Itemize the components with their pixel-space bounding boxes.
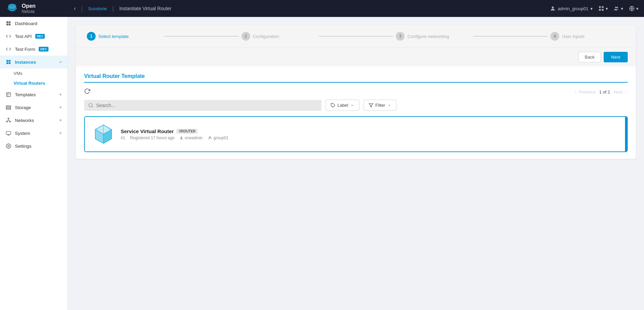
- svg-rect-18: [6, 92, 11, 97]
- storage-expand-icon: +: [59, 104, 62, 110]
- svg-point-2: [552, 6, 554, 8]
- users-chevron-icon: ▾: [621, 6, 623, 11]
- system-icon: [5, 130, 12, 136]
- search-input[interactable]: [96, 103, 317, 108]
- sidebar-item-vms[interactable]: VMs: [14, 68, 67, 78]
- system-label: System: [15, 131, 30, 136]
- step-3: 3 Configure networking: [396, 32, 470, 41]
- test-form-icon: [5, 46, 12, 52]
- test-api-label: Test API: [15, 34, 32, 39]
- svg-point-33: [8, 145, 9, 147]
- user-icon: [179, 136, 183, 140]
- sidebar-item-templates[interactable]: Templates +: [0, 88, 67, 101]
- templates-icon: [5, 91, 12, 98]
- apps-menu[interactable]: ▾: [598, 5, 608, 12]
- card-id: #1: [121, 136, 125, 140]
- topbar-divider: |: [81, 5, 83, 12]
- svg-line-35: [92, 106, 93, 107]
- sidebar-item-test-form[interactable]: Test Form DEV: [0, 43, 67, 56]
- label-button[interactable]: Label: [326, 100, 359, 111]
- sidebar-collapse-icon[interactable]: ‹: [74, 5, 76, 12]
- label-btn-text: Label: [337, 103, 348, 108]
- next-button[interactable]: Next: [604, 52, 628, 62]
- users-menu[interactable]: ▾: [613, 5, 623, 12]
- user-menu[interactable]: admin_group01 ▾: [550, 5, 593, 12]
- step-line-1: [164, 36, 239, 37]
- networks-expand-icon: +: [59, 117, 62, 123]
- dashboard-icon: [5, 20, 12, 26]
- page-title: Instantiate Virtual Router: [119, 6, 172, 11]
- sidebar-item-instances[interactable]: Instances –: [0, 56, 67, 68]
- group-icon: [208, 136, 212, 140]
- sidebar-sub-instances: VMs Virtual Routers: [0, 68, 67, 88]
- next-page-button[interactable]: Next: [613, 89, 628, 95]
- next-label: Next: [613, 89, 623, 95]
- svg-rect-17: [9, 62, 11, 64]
- step-4-circle: 4: [550, 32, 559, 41]
- card-info: Service Virtual Router VROUTER #1 Regist…: [121, 128, 620, 140]
- back-button[interactable]: Back: [578, 52, 601, 62]
- label-chevron-icon: [350, 103, 354, 107]
- layout: Dashboard Test API DEV Test Form DEV Ins…: [0, 17, 644, 310]
- app-name-line2: Nebula: [22, 9, 36, 14]
- sidebar-item-settings[interactable]: Settings: [0, 140, 67, 152]
- card-selected-indicator: [625, 117, 627, 151]
- svg-rect-15: [9, 60, 11, 62]
- step-line-2: [319, 36, 393, 37]
- username: admin_group01: [558, 6, 588, 11]
- filter-btn-text: Filter: [375, 103, 385, 108]
- sidebar-item-virtual-routers[interactable]: Virtual Routers: [14, 78, 67, 88]
- step-1-circle: 1: [87, 32, 96, 41]
- settings-icon: [5, 143, 12, 149]
- step-2-label: Configuration: [253, 34, 279, 39]
- svg-rect-24: [8, 118, 9, 119]
- svg-rect-16: [6, 62, 8, 64]
- globe-chevron-icon: ▾: [636, 6, 639, 11]
- instances-icon: [5, 59, 12, 65]
- sidebar-item-test-api[interactable]: Test API DEV: [0, 30, 67, 43]
- sidebar-item-storage[interactable]: Storage +: [0, 101, 67, 114]
- search-filter-row: Label Filter: [84, 100, 628, 111]
- svg-rect-3: [599, 6, 601, 8]
- main-content: 1 Select template 2 Configuration: [68, 17, 644, 310]
- search-icon: [88, 103, 93, 108]
- svg-rect-30: [6, 131, 11, 135]
- topbar-right: admin_group01 ▾ ▾ ▾ ▾: [550, 5, 639, 12]
- card-meta: #1 Registered 17 hours ago oneadmin grou…: [121, 136, 620, 140]
- instances-expand-icon: –: [59, 59, 62, 65]
- prev-label: Previous: [579, 89, 596, 95]
- filter-button[interactable]: Filter: [364, 100, 396, 111]
- networks-label: Networks: [15, 118, 34, 123]
- label-icon: [331, 103, 335, 108]
- globe-menu[interactable]: ▾: [629, 5, 639, 12]
- svg-rect-14: [6, 60, 8, 62]
- refresh-button[interactable]: [84, 88, 90, 96]
- card-badge: VROUTER: [176, 129, 198, 134]
- storage-label: Storage: [15, 105, 31, 110]
- svg-rect-10: [6, 21, 8, 23]
- step-line-3: [473, 36, 548, 37]
- vms-label: VMs: [14, 71, 22, 76]
- step-1: 1 Select template: [87, 32, 161, 41]
- step-1-label: Select template: [98, 34, 129, 39]
- svg-line-28: [7, 120, 8, 121]
- sidebar-item-networks[interactable]: Networks +: [0, 114, 67, 127]
- section-title: Virtual Router Template: [84, 73, 628, 83]
- svg-point-1: [7, 6, 17, 11]
- logo: Open Nebula: [5, 2, 70, 15]
- template-card[interactable]: Service Virtual Router VROUTER #1 Regist…: [84, 116, 628, 152]
- step-3-circle: 3: [396, 32, 405, 41]
- card-icon: [92, 122, 115, 146]
- svg-rect-22: [6, 107, 11, 108]
- topbar: Open Nebula ‹ | Sunstone | Instantiate V…: [0, 0, 644, 17]
- svg-point-45: [209, 137, 210, 138]
- svg-rect-12: [6, 24, 8, 25]
- sidebar-item-system[interactable]: System +: [0, 127, 67, 140]
- step-4: 4 User Inputs: [550, 32, 625, 41]
- sidebar-item-dashboard[interactable]: Dashboard: [0, 17, 67, 30]
- svg-rect-6: [602, 9, 604, 11]
- toolbar-row: Previous 1 of 1 Next: [84, 88, 628, 96]
- filter-chevron-icon: [387, 103, 391, 107]
- prev-page-button[interactable]: Previous: [573, 89, 596, 95]
- instances-label: Instances: [15, 60, 36, 65]
